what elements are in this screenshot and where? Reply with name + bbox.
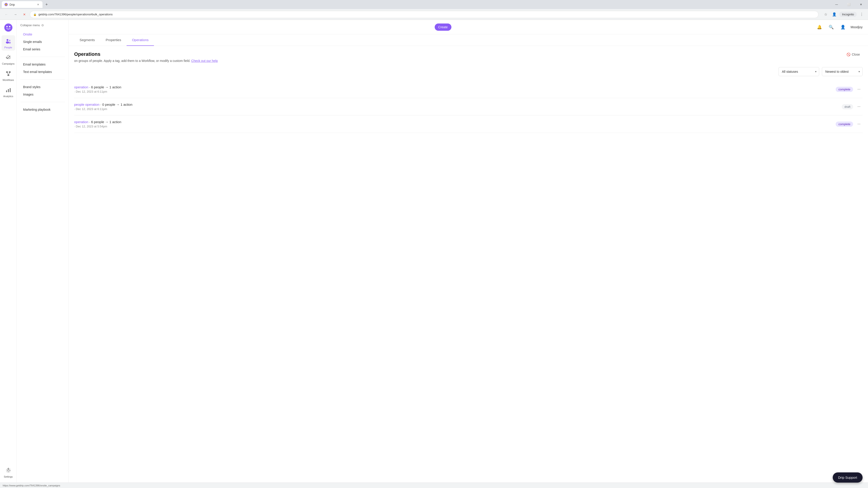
- svg-point-0: [4, 24, 12, 32]
- close-window-button[interactable]: ✕: [856, 1, 866, 8]
- operations-description: on groups of people. Apply a tag, add th…: [74, 59, 218, 63]
- operation-name-1: operation · 6 people → 1 action: [74, 85, 836, 89]
- svg-line-11: [8, 73, 10, 74]
- analytics-icon: [4, 86, 12, 94]
- svg-point-3: [6, 39, 8, 41]
- drip-support-label: Drip Support: [838, 476, 857, 480]
- extensions-button[interactable]: ⋮: [858, 11, 865, 18]
- sidebar-divider-2: [20, 79, 65, 79]
- svg-rect-12: [6, 90, 7, 92]
- sidebar-item-analytics[interactable]: Analytics: [2, 84, 15, 99]
- sidebar-section-templates: Email templates Text email templates: [17, 59, 68, 77]
- operation-actions-2: draft ···: [842, 103, 863, 110]
- main-content: Create 🔔 🔍 👤 Moodjoy Segments Properties…: [69, 20, 868, 483]
- sidebar-divider-1: [20, 57, 65, 57]
- operation-info-3: operation · 6 people → 1 action · Dec 12…: [74, 120, 836, 128]
- campaigns-nav-label: Campaigns: [2, 62, 15, 65]
- sort-filter-select[interactable]: Newest to oldest Oldest to newest: [822, 67, 863, 76]
- operation-date-2: · Dec 12, 2023 at 6:11pm: [74, 107, 842, 111]
- browser-titlebar: 😊 Drip ✕ + — ⬜ ✕: [0, 0, 868, 9]
- close-icon: 🚫: [846, 53, 850, 56]
- back-button[interactable]: ←: [3, 11, 10, 18]
- operation-date-1: · Dec 12, 2023 at 6:11pm: [74, 90, 836, 93]
- help-link[interactable]: Check out our help: [191, 59, 218, 63]
- sidebar-item-campaigns[interactable]: Campaigns: [2, 52, 15, 67]
- minimize-button[interactable]: —: [831, 1, 842, 8]
- people-icon: [4, 37, 12, 45]
- status-filter-select[interactable]: All statuses Complete Draft: [778, 67, 819, 76]
- operations-header: Operations on groups of people. Apply a …: [74, 51, 863, 63]
- address-bar[interactable]: 🔒 getdrip.com/7641396/people/operations#…: [30, 11, 818, 18]
- sidebar-section-main: Onsite Single emails Email series: [17, 29, 68, 55]
- sidebar-item-images[interactable]: Images: [19, 91, 67, 98]
- svg-point-2: [9, 26, 10, 27]
- sidebar-item-text-email-templates[interactable]: Text email templates: [19, 68, 67, 75]
- browser-tab[interactable]: 😊 Drip ✕: [2, 1, 42, 8]
- campaigns-icon: [4, 53, 12, 61]
- sidebar-item-brand-styles[interactable]: Brand styles: [19, 84, 67, 91]
- sidebar-item-onsite[interactable]: Onsite: [19, 31, 67, 38]
- operation-name-3: operation · 6 people → 1 action: [74, 120, 836, 124]
- status-bar: https://www.getdrip.com/7641396/onsite_c…: [0, 483, 868, 488]
- svg-rect-8: [9, 71, 11, 73]
- operation-name-2: people operation · 0 people → 1 action: [74, 103, 842, 106]
- more-options-button-2[interactable]: ···: [855, 103, 863, 110]
- tab-operations[interactable]: Operations: [127, 34, 154, 46]
- app-logo[interactable]: [3, 23, 13, 33]
- operation-actions-1: complete ···: [836, 86, 863, 93]
- sidebar-item-email-templates[interactable]: Email templates: [19, 61, 67, 68]
- toolbar-actions: ☆ 👤 Incognito ⋮: [822, 11, 865, 18]
- url-display: getdrip.com/7641396/people/operations#bu…: [38, 13, 113, 16]
- bookmark-button[interactable]: ☆: [822, 11, 829, 18]
- browser-toolbar: ← → ✕ 🔒 getdrip.com/7641396/people/opera…: [0, 9, 868, 20]
- sidebar-item-people[interactable]: People: [2, 35, 15, 51]
- tab-favicon: 😊: [4, 3, 8, 6]
- operation-date-3: · Dec 12, 2023 at 5:54pm: [74, 125, 836, 128]
- svg-rect-9: [7, 74, 9, 76]
- sort-filter-wrapper: Newest to oldest Oldest to newest: [822, 67, 863, 76]
- svg-rect-7: [6, 71, 8, 73]
- user-profile-button[interactable]: 👤: [839, 23, 847, 31]
- sidebar-section-brand: Brand styles Images: [17, 81, 68, 100]
- forward-button[interactable]: →: [12, 11, 19, 18]
- sidebar-item-marketing-playbook[interactable]: Marketing playbook: [19, 106, 67, 113]
- operations-content: Operations on groups of people. Apply a …: [69, 46, 868, 483]
- sidebar-section-playbook: Marketing playbook: [17, 104, 68, 115]
- new-tab-button[interactable]: +: [43, 1, 50, 8]
- incognito-button[interactable]: Incognito: [839, 12, 857, 17]
- sidebar-item-email-series[interactable]: Email series: [19, 46, 67, 53]
- collapse-menu-button[interactable]: Collapse menu ⊙: [20, 24, 44, 27]
- lock-icon: 🔒: [33, 13, 37, 16]
- status-badge: complete: [836, 122, 853, 127]
- more-options-button-3[interactable]: ···: [855, 121, 863, 128]
- drip-support-button[interactable]: Drip Support: [833, 473, 863, 483]
- sidebar: Collapse menu ⊙ Onsite Single emails Ema…: [17, 20, 69, 483]
- tab-properties[interactable]: Properties: [100, 34, 127, 46]
- tabs-bar: Segments Properties Operations: [69, 34, 868, 46]
- sidebar-header: Collapse menu ⊙: [17, 20, 68, 29]
- create-button[interactable]: Create: [435, 24, 452, 31]
- table-row: operation · 6 people → 1 action · Dec 12…: [74, 80, 863, 98]
- search-button[interactable]: 🔍: [827, 23, 835, 31]
- svg-line-10: [7, 73, 8, 74]
- more-options-button-1[interactable]: ···: [855, 86, 863, 93]
- maximize-button[interactable]: ⬜: [844, 1, 854, 8]
- table-row: people operation · 0 people → 1 action ·…: [74, 98, 863, 116]
- operations-filters: All statuses Complete Draft Newest to ol…: [74, 67, 863, 76]
- status-badge: complete: [836, 87, 853, 92]
- svg-point-15: [7, 469, 9, 471]
- reload-button[interactable]: ✕: [21, 11, 28, 18]
- profile-icon-button[interactable]: 👤: [831, 11, 838, 18]
- sidebar-item-settings[interactable]: Settings: [2, 464, 15, 480]
- settings-icon: [4, 466, 12, 475]
- tab-close-button[interactable]: ✕: [36, 3, 40, 6]
- close-panel-button[interactable]: 🚫 Close: [844, 51, 863, 58]
- collapse-menu-label: Collapse menu: [20, 24, 40, 27]
- sidebar-item-workflows[interactable]: Workflows: [2, 68, 15, 83]
- notifications-button[interactable]: 🔔: [815, 23, 824, 31]
- svg-point-6: [8, 42, 11, 43]
- tab-segments[interactable]: Segments: [74, 34, 100, 46]
- svg-point-4: [9, 40, 10, 41]
- sidebar-item-single-emails[interactable]: Single emails: [19, 38, 67, 45]
- operation-info-1: operation · 6 people → 1 action · Dec 12…: [74, 85, 836, 93]
